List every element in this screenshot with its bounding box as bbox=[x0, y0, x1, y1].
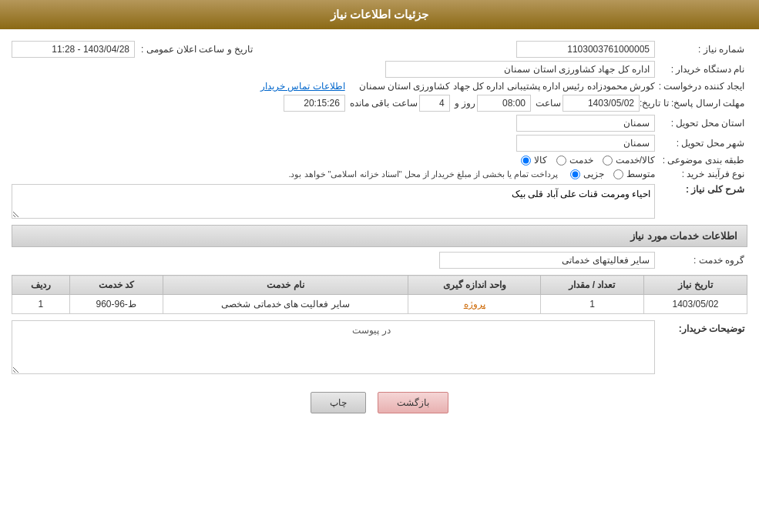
col-quantity: تعداد / مقدار bbox=[541, 276, 644, 295]
table-row: 1403/05/02 1 پروژه سایر فعالیت های خدمات… bbox=[12, 295, 747, 314]
col-service-code: کد خدمت bbox=[69, 276, 163, 295]
cell-service-name: سایر فعالیت های خدماتی شخصی bbox=[163, 295, 408, 314]
button-row: بازگشت چاپ bbox=[12, 392, 747, 413]
province-label: استان محل تحویل : bbox=[655, 118, 747, 129]
process-radio-group: متوسط جزیی bbox=[570, 169, 655, 179]
radio-kala-khedmat[interactable]: کالا/خدمت bbox=[603, 155, 655, 166]
services-table: تاریخ نیاز تعداد / مقدار واحد اندازه گیر… bbox=[12, 275, 747, 314]
buyer-notes-label: توضیحات خریدار: bbox=[655, 320, 747, 334]
cell-service-code: ط-96-960 bbox=[69, 295, 163, 314]
print-button[interactable]: چاپ bbox=[311, 392, 366, 413]
buyer-notes-inner-label: در پیوست bbox=[352, 325, 390, 336]
need-desc-label: شرح کلی نیاز : bbox=[655, 184, 747, 195]
radio-jozvi-label: جزیی bbox=[583, 169, 604, 179]
row-process: نوع فرآیند خرید : متوسط جزیی پرداخت تمام… bbox=[12, 169, 747, 179]
services-header-text: اطلاعات خدمات مورد نیاز bbox=[630, 230, 737, 242]
remaining-value: 20:15:26 bbox=[284, 95, 345, 112]
process-note: پرداخت تمام یا بخشی از مبلغ خریدار از مح… bbox=[288, 169, 558, 179]
row-reply-deadline: مهلت ارسال پاسخ: تا تاریخ: 1403/05/02 سا… bbox=[12, 95, 747, 112]
main-content: شماره نیاز : 1103003761000005 تاریخ و سا… bbox=[0, 29, 759, 433]
reply-deadline-label: مهلت ارسال پاسخ: تا تاریخ: bbox=[640, 98, 747, 109]
row-service-group: گروه خدمت : سایر فعالیتهای خدماتی bbox=[12, 252, 747, 269]
page-wrapper: جزئیات اطلاعات نیاز شماره نیاز : 1103003… bbox=[0, 0, 759, 532]
reply-time-label: ساعت bbox=[536, 98, 561, 109]
buyer-notes-textarea[interactable] bbox=[12, 320, 655, 374]
need-number-label: شماره نیاز : bbox=[655, 44, 747, 55]
col-unit: واحد اندازه گیری bbox=[408, 276, 541, 295]
radio-kala-khedmat-input[interactable] bbox=[603, 156, 613, 166]
table-header-row: تاریخ نیاز تعداد / مقدار واحد اندازه گیر… bbox=[12, 276, 747, 295]
radio-kala-input[interactable] bbox=[521, 156, 531, 166]
cell-row-num: 1 bbox=[12, 295, 70, 314]
city-label: شهر محل تحویل : bbox=[655, 138, 747, 149]
col-date: تاریخ نیاز bbox=[643, 276, 747, 295]
city-value: سمنان bbox=[516, 135, 655, 152]
need-number-value: 1103003761000005 bbox=[516, 41, 655, 58]
row-need-number: شماره نیاز : 1103003761000005 تاریخ و سا… bbox=[12, 41, 747, 58]
col-service-name: نام خدمت bbox=[163, 276, 408, 295]
row-classification: طبقه بندی موضوعی : کالا/خدمت خدمت کالا bbox=[12, 155, 747, 166]
row-buyer-notes: توضیحات خریدار: در پیوست bbox=[12, 320, 747, 376]
cell-quantity: 1 bbox=[541, 295, 644, 314]
cell-unit: پروژه bbox=[408, 295, 541, 314]
creator-value: کورش محمودزاده رئیس اداره پشتیبانی اداره… bbox=[359, 81, 655, 92]
buyer-org-label: نام دستگاه خریدار : bbox=[655, 64, 747, 75]
reply-days-value: 4 bbox=[419, 95, 450, 112]
reply-date-value: 1403/05/02 bbox=[563, 95, 640, 112]
col-row-num: ردیف bbox=[12, 276, 70, 295]
radio-kala-label: کالا bbox=[534, 155, 547, 166]
radio-kala[interactable]: کالا bbox=[521, 155, 547, 166]
classification-radio-group: کالا/خدمت خدمت کالا bbox=[521, 155, 655, 166]
service-group-value: سایر فعالیتهای خدماتی bbox=[439, 252, 655, 269]
cell-date: 1403/05/02 bbox=[643, 295, 747, 314]
radio-motavaset-label: متوسط bbox=[626, 169, 655, 179]
radio-khedmat-label: خدمت bbox=[569, 155, 593, 166]
unit-link[interactable]: پروژه bbox=[464, 299, 485, 309]
creator-label: ایجاد کننده درخواست : bbox=[655, 81, 747, 92]
radio-jozvi-input[interactable] bbox=[570, 169, 580, 179]
row-creator: ایجاد کننده درخواست : کورش محمودزاده رئی… bbox=[12, 81, 747, 92]
classification-label: طبقه بندی موضوعی : bbox=[655, 155, 747, 166]
process-label: نوع فرآیند خرید : bbox=[655, 169, 747, 179]
radio-jozvi[interactable]: جزیی bbox=[570, 169, 604, 179]
page-title: جزئیات اطلاعات نیاز bbox=[331, 8, 428, 21]
reply-days-label: روز و bbox=[455, 98, 475, 109]
radio-khedmat-input[interactable] bbox=[556, 156, 566, 166]
page-header: جزئیات اطلاعات نیاز bbox=[0, 0, 759, 29]
announcement-date-value: 1403/04/28 - 11:28 bbox=[12, 41, 135, 58]
announcement-date-label: تاریخ و ساعت اعلان عمومی : bbox=[141, 44, 253, 55]
back-button[interactable]: بازگشت bbox=[378, 392, 448, 413]
buyer-org-value: اداره کل جهاد کشاورزی استان سمنان bbox=[385, 61, 655, 78]
row-buyer-org: نام دستگاه خریدار : اداره کل جهاد کشاورز… bbox=[12, 61, 747, 78]
radio-kala-khedmat-label: کالا/خدمت bbox=[616, 155, 655, 166]
radio-khedmat[interactable]: خدمت bbox=[556, 155, 593, 166]
radio-motavaset[interactable]: متوسط bbox=[613, 169, 655, 179]
service-group-label: گروه خدمت : bbox=[655, 255, 747, 266]
reply-time-value: 08:00 bbox=[477, 95, 531, 112]
radio-motavaset-input[interactable] bbox=[613, 169, 623, 179]
row-province: استان محل تحویل : سمنان bbox=[12, 115, 747, 132]
need-desc-value[interactable] bbox=[12, 184, 655, 219]
creator-contact-link[interactable]: اطلاعات تماس خریدار bbox=[260, 81, 345, 92]
row-city: شهر محل تحویل : سمنان bbox=[12, 135, 747, 152]
remaining-label: ساعت باقی مانده bbox=[350, 98, 418, 109]
row-need-desc: شرح کلی نیاز : bbox=[12, 184, 747, 219]
province-value: سمنان bbox=[516, 115, 655, 132]
services-section-header: اطلاعات خدمات مورد نیاز bbox=[12, 225, 747, 247]
